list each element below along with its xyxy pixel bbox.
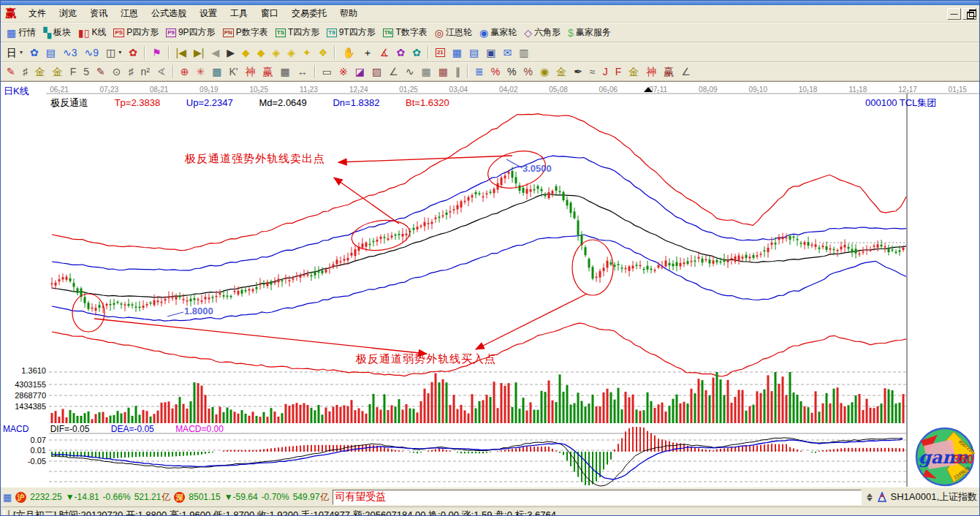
candle-selector-dropdown-icon[interactable]: ▾ [118, 49, 121, 56]
spinner-up-icon[interactable] [867, 493, 873, 497]
span-arrows-tool-button[interactable]: ↔ [294, 64, 311, 79]
gold-comb-1-tool-button[interactable]: 金 [31, 64, 49, 79]
winner-service-button[interactable]: $赢家服务 [564, 25, 615, 40]
p-number-table-button[interactable]: PNP数字表 [219, 25, 272, 40]
shen-angle-tool-button[interactable]: 神 [642, 64, 660, 79]
pattern-teal-tool-button[interactable]: ✿ [409, 45, 425, 60]
parallel-tool-tool-button[interactable]: ∥ [452, 64, 464, 79]
kline-button[interactable]: ▮▯K线 [75, 25, 110, 40]
candle-selector-tool-button[interactable]: ◫▾ [102, 45, 125, 60]
spinner-down-icon[interactable] [867, 498, 873, 501]
angle-scan-tool-button[interactable]: ∢ [153, 64, 170, 79]
gann-pen-tool-button[interactable]: ✎ [3, 64, 19, 79]
cycle-comb-tool-button[interactable]: 5 [80, 64, 93, 79]
gann-wheel-button[interactable]: ◎江恩轮 [431, 25, 476, 40]
doc-tool-tool-button[interactable]: ▤ [42, 45, 59, 60]
quotes-button[interactable]: ▦行情 [3, 25, 39, 40]
calendar-tool-tool-button[interactable]: 21 [432, 47, 449, 58]
sectors-button[interactable]: ▚板块 [39, 25, 75, 40]
current-index-label[interactable]: SH1A0001,上证指数 [891, 490, 978, 504]
diamond-plus-tool-button[interactable]: ✦ [299, 45, 315, 60]
web-mail-tool-tool-button[interactable]: ✉ [500, 45, 516, 60]
menu-item-news[interactable]: 资讯 [83, 6, 114, 21]
ink-pen-tool-button[interactable]: ✒ [570, 64, 586, 79]
grid-tool-a-tool-button[interactable]: ▦ [417, 64, 434, 79]
price-scale-tool-button[interactable]: ≣ [471, 64, 487, 79]
k-note-tool-button[interactable]: K' [225, 64, 241, 79]
grid-tool-b-tool-button[interactable]: ▦ [435, 64, 452, 79]
remote-tool-tool-button[interactable]: ▥ [515, 45, 532, 60]
hand-tool-tool-button[interactable]: ✋ [338, 45, 358, 60]
t-square-button[interactable]: TST四方形 [272, 25, 324, 40]
calculator-tool-tool-button[interactable]: ▦ [449, 45, 466, 60]
box-select-tool-button[interactable]: ▭ [319, 64, 335, 79]
time-comb-tool-button[interactable]: ♯ [19, 64, 31, 79]
diamond-left-tool-button[interactable]: ◆ [238, 45, 254, 60]
diamond-right-tool-button[interactable]: ◆ [254, 45, 269, 60]
n-square-tool-tool-button[interactable]: n² [137, 64, 153, 79]
measure-pen-tool-button[interactable]: ✎ [93, 64, 109, 79]
angle-measure-tool-tool-button[interactable]: ∡ [376, 45, 393, 60]
percent-tool-tool-button[interactable]: % [504, 64, 520, 79]
first-page-tool-button[interactable]: |◀ [172, 45, 190, 60]
zigzag-wave-tool-button[interactable]: ∿ [402, 64, 418, 79]
quotes-board-icon[interactable]: ▦ [3, 492, 12, 503]
pattern-red-tool-button[interactable]: ✿ [125, 45, 141, 60]
flag-tool-tool-button[interactable]: ⚑ [148, 45, 165, 60]
menu-item-tools[interactable]: 工具 [224, 6, 254, 21]
hexagon-button[interactable]: ◇六角形 [520, 25, 564, 40]
menu-item-help[interactable]: 帮助 [333, 6, 364, 21]
fan-box-tool-button[interactable]: ◪ [352, 64, 368, 79]
period-selector-dropdown-icon[interactable]: ▾ [20, 49, 23, 56]
wave3-tool-tool-button[interactable]: ∿3 [59, 45, 81, 60]
diamond-all-tool-button[interactable]: ❖ [315, 45, 332, 60]
index-spinner[interactable] [865, 493, 874, 501]
gold-ring-tool-button[interactable]: ◉ [536, 64, 552, 79]
next-page-tool-button[interactable]: ▶ [223, 45, 238, 60]
t-number-table-button[interactable]: TNT数字表 [379, 25, 431, 40]
percent-line-tool-button[interactable]: % [520, 64, 536, 79]
menu-item-settings[interactable]: 设置 [193, 6, 224, 21]
menu-item-gann[interactable]: 江恩 [114, 6, 145, 21]
pattern-purple-tool-button[interactable]: ✿ [392, 45, 409, 60]
diamond-x-tool-button[interactable]: ◈ [284, 45, 299, 60]
wave9-tool-tool-button[interactable]: ∿9 [81, 45, 103, 60]
small-comb-tool-button[interactable]: ♯ [125, 64, 137, 79]
ying-comb-tool-button[interactable]: 赢 [259, 64, 276, 79]
percent-zone-tool-button[interactable]: % [487, 64, 504, 79]
web-box-tool-tool-button[interactable]: ▩ [208, 64, 225, 79]
web-tool-tool-button[interactable]: ✳ [192, 64, 208, 79]
menu-item-trade[interactable]: 交易委托 [285, 6, 333, 21]
fib-comb-tool-button[interactable]: F [67, 64, 80, 79]
shen-comb-tool-button[interactable]: 神 [241, 64, 259, 79]
p-square-button[interactable]: PSP四方形 [110, 25, 162, 40]
minimize-button[interactable]: — [947, 8, 961, 20]
menu-item-file[interactable]: 文件 [22, 6, 53, 21]
period-selector-tool-button[interactable]: 日▾ [3, 45, 26, 60]
diamond-h-tool-button[interactable]: ◈ [269, 45, 284, 60]
misc-angle-tool-button[interactable]: ∠ [677, 64, 694, 79]
gold-line-tool-button[interactable]: 金 [552, 64, 570, 79]
last-page-tool-button[interactable]: ▶| [190, 45, 208, 60]
trend-line-tool-button[interactable]: ∠ [385, 64, 402, 79]
news-ticker[interactable]: 司有望受益 [333, 490, 861, 505]
net-box-tool-button[interactable]: ▨ [368, 64, 385, 79]
gold-angle-tool-button[interactable]: 金 [625, 64, 642, 79]
prev-page-tool-button[interactable]: ◀ [208, 45, 223, 60]
notebook-tool-tool-button[interactable]: ▤ [466, 45, 482, 60]
9p-square-button[interactable]: P99P四方形 [162, 25, 219, 40]
target-tool-tool-button[interactable]: ⊕ [177, 64, 193, 79]
winner-wheel-button[interactable]: ◉赢家轮 [476, 25, 520, 40]
save-tool-tool-button[interactable]: ▣ [482, 45, 499, 60]
restore-button[interactable] [962, 8, 976, 20]
menu-item-window[interactable]: 窗口 [254, 6, 285, 21]
menu-item-formula-stock-pick[interactable]: 公式选股 [145, 6, 193, 21]
ying-angle-tool-button[interactable]: 赢 [660, 64, 677, 79]
crosshair-tool-tool-button[interactable]: ＋ [359, 45, 376, 60]
ray-fan-tool-button[interactable]: ※ [335, 64, 352, 79]
pattern-blue-tool-button[interactable]: ✿ [26, 45, 42, 60]
j-angle-tool-button[interactable]: J [599, 64, 612, 79]
9t-square-button[interactable]: T99T四方形 [323, 25, 379, 40]
grid-count-tool-button[interactable]: ▦ [276, 64, 293, 79]
ab-wave-tool-button[interactable]: ≈ [586, 64, 599, 79]
